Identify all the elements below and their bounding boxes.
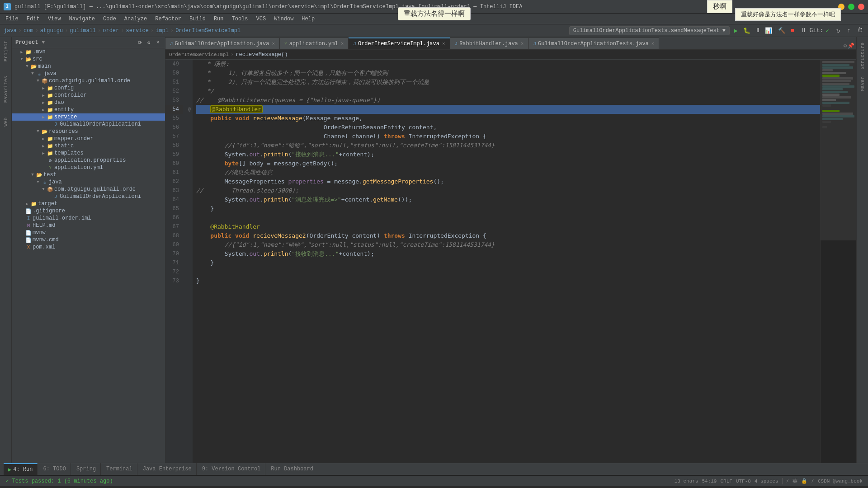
- project-tab[interactable]: Project: [3, 41, 9, 61]
- sidebar-gear-icon[interactable]: ⚙: [145, 39, 152, 46]
- tree-item-iml[interactable]: ▶ I gulimall-order.iml: [12, 215, 165, 222]
- bottom-tab-run[interactable]: ▶ 4: Run: [4, 463, 38, 475]
- tree-item-gitignore[interactable]: ▶ 📄 .gitignore: [12, 207, 165, 215]
- cursor-pos[interactable]: 54:19: [702, 479, 717, 484]
- tree-item-test-class[interactable]: ▶ J GulimallOrderApplicationi: [12, 193, 165, 200]
- tree-item-mapper[interactable]: ▶ 📁 mapper.order: [12, 135, 165, 142]
- close-button[interactable]: [858, 4, 864, 10]
- bottom-tab-spring[interactable]: Spring: [72, 463, 101, 475]
- build-button[interactable]: 🔨: [777, 26, 786, 35]
- tree-item-help[interactable]: ▶ M HELP.md: [12, 222, 165, 229]
- nav-impl[interactable]: impl: [156, 28, 169, 34]
- favorites-tab[interactable]: Favorites: [3, 76, 9, 103]
- tree-item-resources[interactable]: ▼ 📂 resources: [12, 128, 165, 135]
- nav-com[interactable]: com: [24, 28, 33, 34]
- structure-tab[interactable]: Structure: [860, 42, 865, 69]
- nav-java[interactable]: java: [4, 28, 17, 34]
- nav-atguigu[interactable]: atguigu: [40, 28, 63, 34]
- web-tab[interactable]: Web: [3, 117, 9, 127]
- tab-close-1[interactable]: ×: [272, 41, 275, 47]
- profile-button[interactable]: 📊: [764, 26, 773, 35]
- tab-yml[interactable]: Y application.yml ×: [280, 38, 349, 49]
- tree-item-mvnw[interactable]: ▶ 📄 mvnw: [12, 229, 165, 236]
- tab-gulimall-app[interactable]: J GulimallOrderApplication.java ×: [165, 38, 280, 49]
- tree-item-config[interactable]: ▶ 📁 config: [12, 84, 165, 92]
- bottom-tab-vcs[interactable]: 9: Version Control: [198, 463, 266, 475]
- tree-item-java-test[interactable]: ▼ ☕ java: [12, 178, 165, 186]
- git-check[interactable]: ✓: [823, 26, 832, 35]
- tree-item-target[interactable]: ▶ 📁 target: [12, 200, 165, 207]
- nav-service[interactable]: service: [126, 28, 148, 34]
- menu-item-build[interactable]: Build: [186, 15, 209, 23]
- tab-pin-icon[interactable]: 📌: [848, 42, 854, 49]
- tab-settings-icon[interactable]: ⚙: [844, 42, 847, 49]
- tree-item-mvnwcmd[interactable]: ▶ 📄 mvnw.cmd: [12, 236, 165, 244]
- menu-item-refactor[interactable]: Refactor: [151, 15, 185, 23]
- tree-item-templates[interactable]: ▶ 📁 templates: [12, 150, 165, 157]
- tree-item-src[interactable]: ▼ 📂 src: [12, 56, 165, 63]
- tab-close-2[interactable]: ×: [341, 41, 344, 47]
- editor-content[interactable]: 49 50 51 52 53 54 55 56 57 58 59 60 61 6…: [165, 60, 856, 463]
- maximize-button[interactable]: [848, 4, 854, 10]
- menu-item-window[interactable]: Window: [270, 15, 297, 23]
- debug-button[interactable]: 🐛: [742, 26, 751, 35]
- tree-item-dao[interactable]: ▶ 📁 dao: [12, 99, 165, 106]
- git-history[interactable]: ⏱: [855, 26, 864, 35]
- tab-rabbithandler[interactable]: J RabbitHandler.java ×: [450, 38, 529, 49]
- menu-item-edit[interactable]: Edit: [23, 15, 43, 23]
- tree-item-app-class[interactable]: ▶ J GulimallOrderApplicationi: [12, 121, 165, 128]
- line-ending[interactable]: CRLF: [720, 479, 732, 484]
- indent[interactable]: 4 spaces: [755, 479, 778, 484]
- menu-item-navigate[interactable]: Navigate: [65, 15, 99, 23]
- code-lines[interactable]: * 场景: * 1)、订单服务启动多个；同一个消息，只能有一个客户端收到 * 2…: [193, 60, 820, 463]
- tree-item-test-package[interactable]: ▼ 📦 com.atguigu.gulimall.orde: [12, 186, 165, 193]
- bottom-tab-javaee[interactable]: Java Enterprise: [138, 463, 197, 475]
- tab-orderitem[interactable]: J OrderItemServiceImpl.java ×: [349, 38, 450, 49]
- bc-method[interactable]: recieveMessage(): [236, 52, 288, 58]
- tree-item-main[interactable]: ▼ 📂 main: [12, 63, 165, 70]
- pause-button[interactable]: ⏸: [799, 26, 808, 35]
- run-button[interactable]: ▶: [731, 26, 741, 35]
- tree-item-test[interactable]: ▼ 📂 test: [12, 171, 165, 178]
- minimap[interactable]: [820, 60, 856, 463]
- maven-tab[interactable]: Maven: [860, 76, 865, 91]
- menu-item-help[interactable]: Help: [298, 15, 318, 23]
- menu-item-file[interactable]: File: [2, 15, 22, 23]
- bottom-tab-todo[interactable]: 6: TODO: [38, 463, 71, 475]
- tree-item-package[interactable]: ▼ 📦 com.atguigu.gulimall.orde: [12, 77, 165, 84]
- menu-item-code[interactable]: Code: [99, 15, 120, 23]
- tree-item-static[interactable]: ▶ 📁 static: [12, 142, 165, 150]
- tree-item-controller[interactable]: ▶ 📁 controller: [12, 92, 165, 99]
- tree-item-entity[interactable]: ▶ 📁 entity: [12, 106, 165, 113]
- nav-class[interactable]: OrderItemServiceImpl: [175, 28, 241, 34]
- bottom-tab-terminal[interactable]: Terminal: [102, 463, 137, 475]
- tab-apptests[interactable]: J GulimallOrderApplicationTests.java ×: [528, 38, 659, 49]
- coverage-button[interactable]: ⏸: [753, 26, 762, 35]
- tree-item-java-main[interactable]: ▼ ☕ java: [12, 70, 165, 77]
- tree-item-mvn[interactable]: ▶ 📁 .mvn: [12, 48, 165, 56]
- tab-close-4[interactable]: ×: [521, 41, 524, 47]
- menu-item-tools[interactable]: Tools: [228, 15, 252, 23]
- nav-order[interactable]: order: [103, 28, 119, 34]
- nav-gulimall[interactable]: gulimall: [70, 28, 96, 34]
- run-config-selector[interactable]: GulimallOrderApplicationTests.sendMessag…: [569, 26, 730, 35]
- sidebar-sync-icon[interactable]: ⟳: [136, 39, 143, 46]
- tree-item-pom[interactable]: ▶ X pom.xml: [12, 244, 165, 251]
- encoding[interactable]: UTF-8: [736, 479, 751, 484]
- sidebar-close-icon[interactable]: ×: [154, 39, 161, 46]
- menu-item-analyze[interactable]: Analyze: [121, 15, 151, 23]
- git-button[interactable]: Git:: [812, 26, 821, 35]
- git-push[interactable]: ↑: [844, 26, 854, 35]
- user-info[interactable]: CSDN @wang_book: [818, 479, 863, 484]
- menu-item-vcs[interactable]: VCS: [253, 15, 270, 23]
- bottom-tab-run-dashboard[interactable]: Run Dashboard: [266, 463, 318, 475]
- lang-switch[interactable]: 英: [793, 478, 797, 484]
- menu-item-run[interactable]: Run: [210, 15, 227, 23]
- stop-button[interactable]: ■: [788, 26, 797, 35]
- char-count[interactable]: 13 chars: [675, 479, 698, 484]
- tab-close-5[interactable]: ×: [651, 41, 655, 47]
- git-sync[interactable]: ↻: [834, 26, 843, 35]
- tree-item-service[interactable]: ▶ 📁 service: [12, 113, 165, 121]
- tree-item-app-properties[interactable]: ▶ ⚙ application.properties: [12, 157, 165, 164]
- tree-item-app-yml[interactable]: ▶ Y application.yml: [12, 164, 165, 171]
